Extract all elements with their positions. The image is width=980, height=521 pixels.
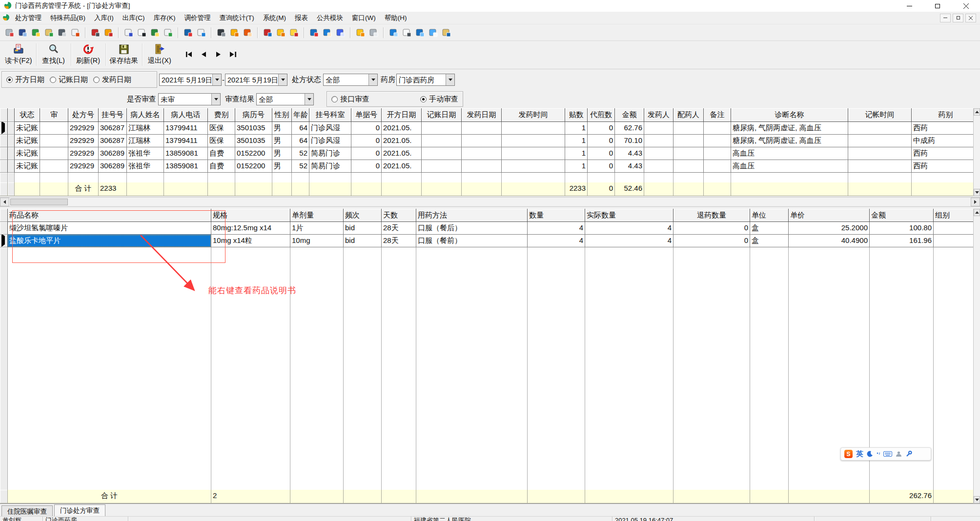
mdi-minimize-button[interactable] — [940, 14, 951, 22]
review-result-dropdown-button[interactable] — [305, 94, 313, 105]
menu-item-2[interactable]: 入库(I) — [90, 12, 118, 24]
read-card-button[interactable]: 读卡(F2) — [2, 42, 35, 67]
toolbar-cash-icon[interactable] — [288, 26, 300, 39]
toolbar-edit-doc-icon[interactable] — [122, 26, 135, 39]
review-mode-radio-0[interactable]: 接口审查 — [331, 95, 369, 104]
toolbar-calendar-icon[interactable] — [195, 26, 207, 39]
column-header[interactable]: 天数 — [382, 209, 416, 222]
toolbar-save-audit-icon[interactable] — [30, 26, 42, 39]
column-header[interactable]: 年龄 — [292, 108, 309, 122]
column-header[interactable]: 代煎数 — [588, 108, 615, 122]
minimize-button[interactable] — [895, 0, 923, 12]
column-header[interactable]: 药品名称 — [8, 209, 211, 222]
drug-grid-vscrollbar[interactable] — [973, 209, 980, 503]
wrench-icon[interactable] — [905, 451, 912, 457]
scrollbar-thumb[interactable] — [10, 199, 68, 205]
toolbar-schedule-icon[interactable] — [334, 26, 347, 39]
column-header[interactable]: 退药数量 — [674, 209, 750, 222]
column-header[interactable]: 状态 — [15, 108, 40, 122]
toolbar-monitors-icon[interactable] — [414, 26, 426, 39]
data-row[interactable]: 未记账292929306289张祖华13859081自费0152200男52简易… — [0, 160, 980, 173]
toolbar-binoculars-icon[interactable] — [56, 26, 68, 39]
data-row[interactable]: 盐酸乐卡地平片10mg x14粒10mgbid28天口服（餐前）440盒40.4… — [0, 235, 980, 247]
menu-item-9[interactable]: 公共模块 — [312, 12, 347, 24]
toolbar-alert-bell-icon[interactable] — [228, 26, 241, 39]
exit-button[interactable]: 退出(X) — [143, 42, 176, 67]
tab-inpatient-order-review[interactable]: 住院医嘱审查 — [1, 505, 53, 516]
data-row[interactable]: 未记账292929306289张祖华13859081自费0152200男52简易… — [0, 147, 980, 160]
scroll-up-button[interactable] — [974, 108, 980, 116]
column-header[interactable]: 数量 — [528, 209, 585, 222]
prescription-status-dropdown-button[interactable] — [368, 74, 377, 85]
column-header[interactable]: 单据号 — [351, 108, 382, 122]
menu-item-10[interactable]: 窗口(W) — [347, 12, 380, 24]
find-button[interactable]: 查找(L) — [38, 42, 70, 67]
menu-item-4[interactable]: 库存(K) — [149, 12, 180, 24]
toolbar-staff-icon[interactable] — [262, 26, 274, 39]
toolbar-print-icon[interactable] — [3, 26, 16, 39]
date-to-picker[interactable]: 2021年 5月19日 — [225, 74, 287, 86]
column-header[interactable]: 发药人 — [644, 108, 674, 122]
date-from-dropdown-button[interactable] — [212, 74, 221, 85]
tab-outpatient-prescription-review[interactable]: 门诊处方审查 — [54, 504, 105, 516]
column-header[interactable]: 挂号科室 — [309, 108, 351, 122]
data-row[interactable]: 缬沙坦氢氯噻嗪片80mg:12.5mg x141片bid28天口服（餐后）440… — [0, 222, 980, 235]
moon-icon[interactable] — [867, 451, 873, 458]
column-header[interactable]: 病人电话 — [164, 108, 208, 122]
scroll-down-button[interactable] — [974, 496, 980, 503]
review-mode-radio-1[interactable]: 手动审查 — [420, 95, 458, 104]
date-type-radio-2[interactable]: 发药日期 — [93, 75, 131, 84]
next-record-button[interactable] — [213, 49, 225, 60]
keyboard-icon[interactable] — [883, 451, 892, 457]
save-result-button[interactable]: 保存结果 — [107, 42, 141, 67]
maximize-button[interactable] — [923, 0, 952, 12]
column-header[interactable]: 记账日期 — [422, 108, 462, 122]
date-from-picker[interactable]: 2021年 5月19日 — [159, 74, 222, 86]
toolbar-audit-doc-icon[interactable] — [69, 26, 82, 39]
menu-item-8[interactable]: 报表 — [290, 12, 312, 24]
toolbar-folder-icon[interactable] — [354, 26, 367, 39]
column-header[interactable]: 性别 — [272, 108, 292, 122]
pharmacy-select[interactable]: 门诊西药房 — [396, 74, 455, 86]
prescription-status-select[interactable]: 全部 — [323, 74, 378, 86]
data-row[interactable]: 未记账292929306287江瑞林13799411医保3501035男64门诊… — [0, 135, 980, 147]
menu-item-0[interactable]: 处方管理 — [11, 12, 46, 24]
ime-language-toggle[interactable]: 英 — [856, 449, 863, 459]
menu-item-7[interactable]: 系统(M) — [259, 12, 290, 24]
close-button[interactable] — [952, 0, 980, 12]
column-header[interactable]: 单位 — [750, 209, 789, 222]
horizontal-scrollbar[interactable] — [0, 197, 980, 207]
review-select[interactable]: 未审 — [158, 93, 221, 105]
toolbar-cart-remove-icon[interactable] — [89, 26, 102, 39]
toolbar-zoom-icon[interactable] — [388, 26, 400, 39]
date-to-dropdown-button[interactable] — [278, 74, 287, 85]
column-header[interactable]: 处方号 — [68, 108, 99, 122]
toolbar-report-icon[interactable] — [401, 26, 413, 39]
data-row[interactable]: 未记账292929306287江瑞林13799411医保3501035男64门诊… — [0, 122, 980, 135]
column-header[interactable]: 诊断名称 — [731, 108, 848, 122]
mdi-close-button[interactable] — [965, 14, 976, 22]
column-header[interactable]: 用药方法 — [416, 209, 528, 222]
column-header[interactable]: 病人姓名 — [127, 108, 164, 122]
column-header[interactable]: 单价 — [789, 209, 870, 222]
column-header[interactable]: 开方日期 — [382, 108, 422, 122]
first-record-button[interactable] — [184, 49, 195, 60]
menu-item-5[interactable]: 调价管理 — [180, 12, 215, 24]
column-header[interactable]: 贴数 — [565, 108, 588, 122]
date-type-radio-1[interactable]: 记账日期 — [50, 75, 88, 84]
menu-item-1[interactable]: 特殊药品(B) — [46, 12, 90, 24]
column-header[interactable]: 单剂量 — [290, 209, 344, 222]
toolbar-grid-sheet-icon[interactable] — [215, 26, 227, 39]
scroll-down-button[interactable] — [974, 189, 980, 196]
column-header[interactable]: 规格 — [211, 209, 290, 222]
toolbar-coins-icon[interactable] — [275, 26, 287, 39]
toolbar-exit-app-icon[interactable] — [440, 26, 452, 39]
toolbar-badge-icon[interactable] — [308, 26, 320, 39]
punctuation-icon[interactable] — [877, 451, 880, 457]
column-header[interactable]: 审 — [40, 108, 68, 122]
review-dropdown-button[interactable] — [211, 94, 220, 105]
column-header[interactable]: 费别 — [208, 108, 235, 122]
toolbar-sphere-icon[interactable] — [368, 26, 380, 39]
scroll-right-button[interactable] — [971, 198, 980, 206]
pharmacy-dropdown-button[interactable] — [446, 74, 454, 85]
